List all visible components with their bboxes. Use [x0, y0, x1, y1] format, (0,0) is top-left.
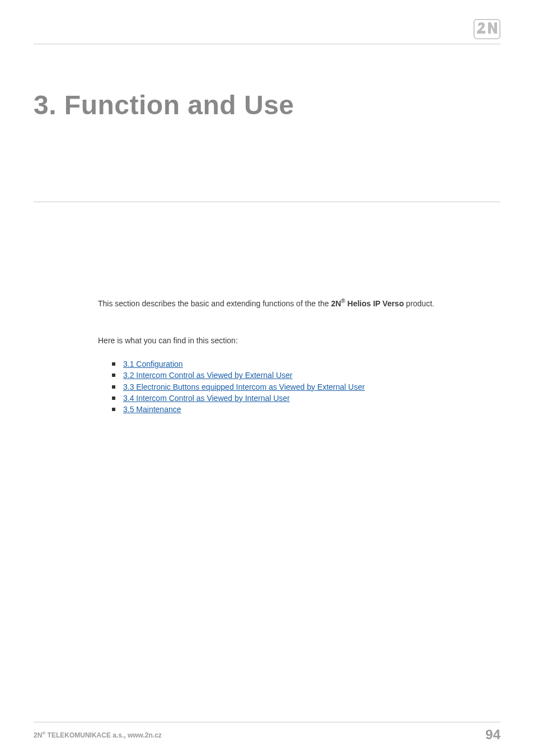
toc-link-electronic-buttons[interactable]: 3.3 Electronic Buttons equipped Intercom…: [123, 382, 365, 391]
product-brand: 2N: [331, 299, 341, 308]
document-page: 3. Function and Use This section describ…: [0, 0, 534, 756]
intro-paragraph: This section describes the basic and ext…: [98, 297, 500, 310]
list-item: 3.2 Intercom Control as Viewed by Extern…: [112, 370, 500, 381]
footer-company-prefix: 2N: [34, 731, 42, 739]
toc-link-maintenance[interactable]: 3.5 Maintenance: [123, 405, 181, 414]
list-item: 3.3 Electronic Buttons equipped Intercom…: [112, 381, 500, 393]
page-number: 94: [485, 727, 500, 743]
toc-list: 3.1 Configuration 3.2 Intercom Control a…: [112, 358, 500, 415]
header-divider: [34, 44, 500, 44]
chapter-title: 3. Function and Use: [34, 90, 294, 120]
toc-link-external-user[interactable]: 3.2 Intercom Control as Viewed by Extern…: [123, 371, 292, 380]
toc-link-configuration[interactable]: 3.1 Configuration: [123, 360, 183, 368]
brand-logo: [474, 19, 500, 39]
product-name: Helios IP Verso: [345, 299, 404, 308]
intro-text-suffix: product.: [404, 299, 434, 308]
toc-link-internal-user[interactable]: 3.4 Intercom Control as Viewed by Intern…: [123, 394, 290, 403]
intro-text-prefix: This section describes the basic and ext…: [98, 299, 331, 308]
list-item: 3.1 Configuration: [112, 358, 500, 370]
footer-divider: [34, 722, 500, 722]
section-lead-in: Here is what you can find in this sectio…: [98, 336, 500, 345]
footer-company: 2N® TELEKOMUNIKACE a.s., www.2n.cz: [34, 731, 162, 739]
list-item: 3.5 Maintenance: [112, 404, 500, 415]
registered-mark: ®: [341, 298, 345, 304]
list-item: 3.4 Intercom Control as Viewed by Intern…: [112, 393, 500, 404]
footer-company-suffix: TELEKOMUNIKACE a.s., www.2n.cz: [45, 731, 162, 739]
title-divider: [34, 202, 500, 202]
